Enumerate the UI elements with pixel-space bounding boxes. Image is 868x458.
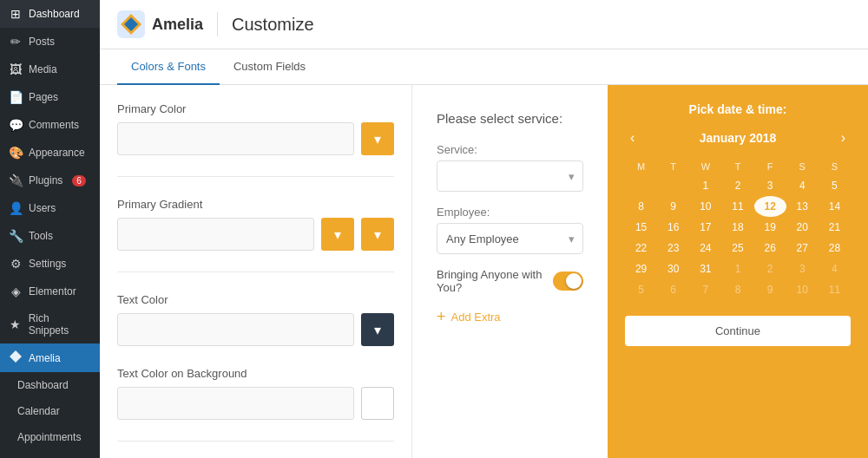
sidebar-item-posts[interactable]: ✏ Posts (0, 28, 100, 56)
sidebar-item-calendar[interactable]: Calendar (0, 398, 100, 424)
service-select[interactable] (437, 160, 583, 192)
calendar-day[interactable]: 2 (721, 175, 753, 196)
sidebar-item-elementor[interactable]: ◈ Elementor (0, 278, 100, 305)
calendar-day[interactable]: 28 (819, 238, 851, 258)
header: Amelia Customize (100, 0, 868, 49)
sidebar-item-dashboard-sub[interactable]: Dashboard (0, 372, 100, 398)
rich-snippets-icon: ★ (9, 317, 23, 331)
sidebar-item-dashboard[interactable]: ⊞ Dashboard (0, 0, 100, 28)
users-icon: 👤 (9, 201, 23, 215)
sidebar-item-users[interactable]: 👤 Users (0, 194, 100, 222)
calendar-week-0: 12345 (625, 175, 851, 196)
employee-label: Employee: (437, 206, 583, 219)
calendar-day[interactable]: 21 (819, 217, 851, 238)
divider-1 (117, 176, 394, 177)
gradient-color-btn-1[interactable]: ▾ (321, 218, 354, 251)
calendar-day[interactable]: 1 (689, 175, 721, 196)
tab-colors-fonts[interactable]: Colors & Fonts (117, 49, 220, 85)
plugins-icon: 🔌 (9, 173, 23, 187)
divider-3 (117, 441, 394, 442)
calendar-day[interactable]: 26 (754, 238, 786, 258)
weekday-w: W (689, 158, 721, 175)
left-panel: Primary Color ▾ Primary Gradient ▾ ▾ (100, 85, 412, 458)
tab-custom-fields[interactable]: Custom Fields (220, 49, 319, 85)
weekday-m: M (625, 158, 657, 175)
sidebar-item-pages[interactable]: 📄 Pages (0, 83, 100, 111)
sidebar-item-media[interactable]: 🖼 Media (0, 56, 100, 83)
calendar-day[interactable]: 27 (786, 238, 819, 258)
primary-color-row: Primary Color ▾ (117, 102, 394, 155)
calendar-day[interactable]: 30 (657, 258, 689, 279)
calendar-day[interactable]: 9 (657, 196, 689, 217)
calendar-day[interactable]: 17 (689, 217, 721, 238)
calendar-prev-btn[interactable]: ‹ (625, 128, 640, 147)
sidebar-item-employees[interactable]: Employees (0, 450, 100, 458)
sidebar-item-appearance[interactable]: 🎨 Appearance (0, 139, 100, 167)
calendar-day[interactable]: 4 (786, 175, 819, 196)
primary-color-picker-btn[interactable]: ▾ (361, 122, 394, 155)
gradient-bar (117, 218, 314, 251)
sidebar-item-appointments[interactable]: Appointments (0, 424, 100, 450)
text-color-control: ▾ (117, 313, 394, 346)
sidebar-item-comments[interactable]: 💬 Comments (0, 111, 100, 139)
booking-form: Please select service: Service: Employee… (412, 85, 608, 458)
dashboard-icon: ⊞ (9, 7, 23, 21)
calendar-week-1: 891011121314 (625, 196, 851, 217)
calendar-day[interactable]: 29 (625, 258, 657, 279)
calendar-day[interactable]: 23 (657, 238, 689, 258)
weekday-s2: S (819, 158, 851, 175)
calendar-day[interactable]: 8 (625, 196, 657, 217)
calendar-day[interactable]: 3 (786, 258, 819, 279)
pages-icon: 📄 (9, 90, 23, 104)
sidebar-item-plugins[interactable]: 🔌 Plugins 6 (0, 167, 100, 194)
calendar-weekdays: M T W T F S S (625, 158, 851, 175)
calendar-day[interactable]: 5 (625, 279, 657, 300)
calendar-day[interactable]: 25 (721, 238, 753, 258)
add-extra-btn[interactable]: + Add Extra (437, 308, 583, 326)
calendar-day[interactable]: 8 (721, 279, 753, 300)
continue-button[interactable]: Continue (625, 316, 851, 346)
calendar-day[interactable]: 24 (689, 238, 721, 258)
calendar-day[interactable]: 16 (657, 217, 689, 238)
calendar-day[interactable]: 9 (754, 279, 786, 300)
calendar-day[interactable]: 13 (786, 196, 819, 217)
header-divider (217, 12, 218, 36)
calendar-nav: ‹ January 2018 › (625, 128, 851, 147)
plus-icon: + (437, 308, 446, 326)
calendar-day[interactable]: 10 (786, 279, 819, 300)
tabs-bar: Colors & Fonts Custom Fields (100, 49, 868, 85)
gradient-color-btn-2[interactable]: ▾ (361, 218, 394, 251)
calendar-day[interactable]: 22 (625, 238, 657, 258)
sidebar-item-amelia[interactable]: Amelia (0, 344, 100, 372)
calendar-day[interactable]: 5 (819, 175, 851, 196)
calendar-day[interactable]: 11 (721, 196, 753, 217)
calendar-next-btn[interactable]: › (836, 128, 851, 147)
employee-select[interactable]: Any Employee (437, 223, 583, 254)
calendar-day[interactable]: 7 (689, 279, 721, 300)
calendar-day[interactable]: 4 (819, 258, 851, 279)
calendar-day[interactable]: 18 (721, 217, 753, 238)
calendar-day[interactable]: 20 (786, 217, 819, 238)
sidebar-item-rich-snippets[interactable]: ★ Rich Snippets (0, 305, 100, 344)
calendar-day[interactable]: 11 (819, 279, 851, 300)
calendar-day[interactable]: 6 (657, 279, 689, 300)
text-color-bar (117, 313, 354, 346)
calendar-day[interactable]: 14 (819, 196, 851, 217)
bringing-toggle[interactable] (553, 272, 583, 291)
calendar-day[interactable]: 19 (754, 217, 786, 238)
calendar-day[interactable]: 10 (689, 196, 721, 217)
text-color-label: Text Color (117, 293, 394, 306)
calendar-day[interactable]: 15 (625, 217, 657, 238)
calendar-day[interactable]: 12 (754, 196, 786, 217)
employee-select-wrapper: Any Employee (437, 223, 583, 254)
text-color-bg-picker-btn[interactable]: ▾ (361, 387, 394, 420)
calendar-day[interactable]: 1 (721, 258, 753, 279)
plugins-badge: 6 (72, 175, 86, 186)
calendar-day[interactable]: 2 (754, 258, 786, 279)
sidebar-item-settings[interactable]: ⚙ Settings (0, 250, 100, 278)
text-color-picker-btn[interactable]: ▾ (361, 313, 394, 346)
calendar-grid: M T W T F S S 12345891011121314151617181… (625, 158, 851, 300)
calendar-day[interactable]: 3 (754, 175, 786, 196)
sidebar-item-tools[interactable]: 🔧 Tools (0, 222, 100, 250)
calendar-day[interactable]: 31 (689, 258, 721, 279)
